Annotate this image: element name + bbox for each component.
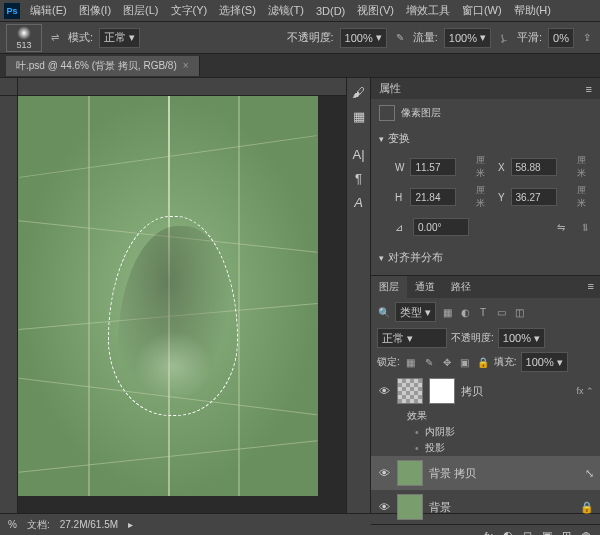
layer-name[interactable]: 背景 — [429, 500, 451, 515]
y-label: Y — [498, 192, 505, 203]
visibility-icon[interactable]: 👁 — [377, 385, 391, 397]
layers-tabs: 图层 通道 路径 ≡ — [371, 276, 600, 298]
x-label: X — [498, 162, 505, 173]
ruler-horizontal[interactable] — [18, 78, 346, 96]
layer-mask-thumb[interactable] — [429, 378, 455, 404]
water-drop — [108, 216, 238, 416]
layer-type-label: 像素图层 — [401, 106, 441, 120]
flow-select[interactable]: 100% ▾ — [444, 28, 491, 48]
filter-adjust-icon[interactable]: ◐ — [458, 305, 472, 319]
menu-plugins[interactable]: 增效工具 — [400, 1, 456, 20]
menu-edit[interactable]: 编辑(E) — [24, 1, 73, 20]
align-section-header[interactable]: 对齐并分布 — [379, 246, 592, 269]
lock-trans-icon[interactable]: ▦ — [404, 355, 418, 369]
fx-label-row[interactable]: 效果 — [371, 408, 600, 424]
menu-3d[interactable]: 3D(D) — [310, 3, 351, 19]
tab-close-icon[interactable]: × — [183, 60, 189, 71]
layer-row[interactable]: 👁 背景 🔒 — [371, 490, 600, 524]
mode-select[interactable]: 正常 ▾ — [99, 28, 140, 48]
menu-view[interactable]: 视图(V) — [351, 1, 400, 20]
document-tab[interactable]: 叶.psd @ 44.6% (背景 拷贝, RGB/8) × — [6, 56, 200, 76]
visibility-icon[interactable]: 👁 — [377, 501, 391, 513]
brush-preview[interactable]: 513 — [6, 24, 42, 52]
delete-button[interactable]: 🗑 — [581, 530, 592, 536]
filter-shape-icon[interactable]: ▭ — [494, 305, 508, 319]
lock-pos-icon[interactable]: ✥ — [440, 355, 454, 369]
status-pct: % — [8, 519, 17, 530]
menu-select[interactable]: 选择(S) — [213, 1, 262, 20]
flow-label: 流量: — [413, 30, 438, 45]
status-arrow-icon[interactable]: ▸ — [128, 519, 133, 530]
doc-size-value: 27.2M/61.5M — [60, 519, 118, 530]
flip-v-icon[interactable]: ⥮ — [578, 220, 592, 234]
filter-type-icon[interactable]: T — [476, 305, 490, 319]
opacity-select[interactable]: 100% ▾ — [340, 28, 387, 48]
filter-smart-icon[interactable]: ◫ — [512, 305, 526, 319]
brush-panel-icon[interactable]: 🖌 — [349, 82, 369, 102]
fx-innershadow[interactable]: 内阴影 — [371, 424, 600, 440]
canvas[interactable] — [18, 96, 318, 496]
layer-name[interactable]: 拷贝 — [461, 384, 483, 399]
fx-dropshadow[interactable]: 投影 — [371, 440, 600, 456]
properties-header[interactable]: 属性 ≡ — [371, 78, 600, 99]
airbrush-icon[interactable]: ⍼ — [497, 31, 511, 45]
layer-name[interactable]: 背景 拷贝 — [429, 466, 476, 481]
layer-list: 👁 拷贝 fx ⌃ 效果 内阴影 投影 👁 背景 拷贝 ⤡ — [371, 374, 600, 524]
clone-panel-icon[interactable]: ▦ — [349, 106, 369, 126]
brush-size-value: 513 — [16, 40, 31, 50]
y-input[interactable] — [511, 188, 557, 206]
search-icon[interactable]: 🔍 — [377, 305, 391, 319]
layer-thumb[interactable] — [397, 460, 423, 486]
ruler-vertical[interactable] — [0, 96, 18, 513]
smooth-select[interactable]: 0% — [548, 28, 574, 48]
app-logo: Ps — [4, 3, 20, 19]
menu-layer[interactable]: 图层(L) — [117, 1, 164, 20]
menu-help[interactable]: 帮助(H) — [508, 1, 557, 20]
h-input[interactable] — [410, 188, 456, 206]
layer-fill-select[interactable]: 100% ▾ — [521, 352, 568, 372]
lock-nest-icon[interactable]: ▣ — [458, 355, 472, 369]
character-panel-icon[interactable]: A| — [349, 144, 369, 164]
menu-bar: Ps 编辑(E) 图像(I) 图层(L) 文字(Y) 选择(S) 滤镜(T) 3… — [0, 0, 600, 22]
w-input[interactable] — [410, 158, 456, 176]
glyphs-panel-icon[interactable]: A — [349, 192, 369, 212]
adjustment-button[interactable]: ◻ — [523, 529, 532, 535]
panel-menu-icon[interactable]: ≡ — [582, 276, 600, 298]
panel-menu-icon[interactable]: ≡ — [586, 83, 592, 95]
layer-opacity-select[interactable]: 100% ▾ — [498, 328, 545, 348]
pressure-opacity-icon[interactable]: ✎ — [393, 31, 407, 45]
group-button[interactable]: ▣ — [542, 529, 552, 535]
layer-thumb[interactable] — [397, 378, 423, 404]
brush-dot-icon — [17, 26, 31, 40]
layer-filter-select[interactable]: 类型 ▾ — [395, 302, 436, 322]
swap-icon[interactable]: ⇌ — [48, 31, 62, 45]
share-icon[interactable]: ⇪ — [580, 31, 594, 45]
layer-thumb[interactable] — [397, 494, 423, 520]
layer-row[interactable]: 👁 背景 拷贝 ⤡ — [371, 456, 600, 490]
ruler-corner — [0, 78, 18, 96]
lock-all-icon[interactable]: 🔒 — [476, 355, 490, 369]
tab-layers[interactable]: 图层 — [371, 276, 407, 298]
blend-mode-select[interactable]: 正常 ▾ — [377, 328, 447, 348]
tab-paths[interactable]: 路径 — [443, 276, 479, 298]
x-input[interactable] — [511, 158, 557, 176]
new-layer-button[interactable]: ⊞ — [562, 529, 571, 535]
paragraph-panel-icon[interactable]: ¶ — [349, 168, 369, 188]
menu-type[interactable]: 文字(Y) — [165, 1, 214, 20]
filter-pixel-icon[interactable]: ▦ — [440, 305, 454, 319]
mask-button[interactable]: ◐ — [503, 529, 513, 535]
angle-input[interactable] — [413, 218, 469, 236]
flip-h-icon[interactable]: ⇋ — [554, 220, 568, 234]
cursor-icon: ⤡ — [585, 467, 594, 480]
layer-row[interactable]: 👁 拷贝 fx ⌃ — [371, 374, 600, 408]
menu-image[interactable]: 图像(I) — [73, 1, 117, 20]
visibility-icon[interactable]: 👁 — [377, 467, 391, 479]
fx-badge[interactable]: fx ⌃ — [576, 386, 594, 396]
selection-marquee — [108, 216, 238, 416]
menu-window[interactable]: 窗口(W) — [456, 1, 508, 20]
transform-section-header[interactable]: 变换 — [379, 127, 592, 150]
tab-channels[interactable]: 通道 — [407, 276, 443, 298]
menu-filter[interactable]: 滤镜(T) — [262, 1, 310, 20]
fx-button[interactable]: fx — [484, 530, 493, 536]
lock-paint-icon[interactable]: ✎ — [422, 355, 436, 369]
